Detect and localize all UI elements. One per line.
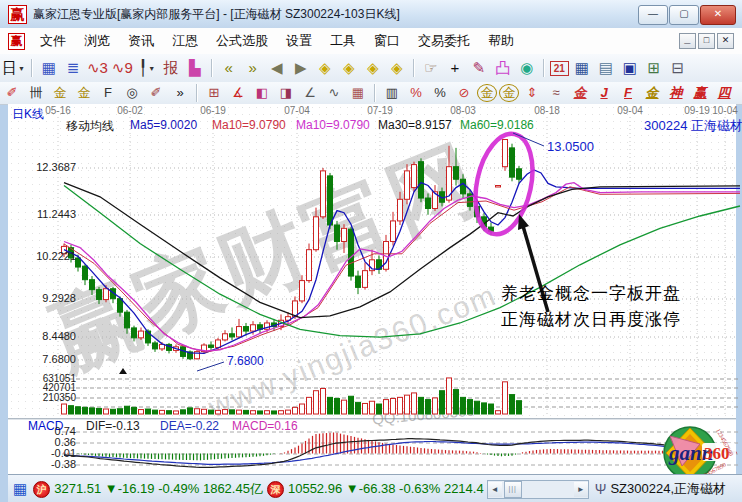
menu-item-浏览[interactable]: 浏览 <box>75 33 119 48</box>
wave-icon[interactable]: ≈ <box>545 85 567 101</box>
title-bar: 赢 赢家江恩专业版[赢家内部服务平台] - [正海磁材 SZ300224-103… <box>0 0 742 29</box>
menu-item-设置[interactable]: 设置 <box>277 33 321 48</box>
gann-fan-icon[interactable]: ∡ <box>227 85 249 101</box>
spiral-icon[interactable]: ◎ <box>121 85 143 101</box>
scroll-left-button[interactable]: ◄ <box>488 482 502 497</box>
report-icon[interactable]: 报 <box>160 58 182 78</box>
close-button[interactable]: ✕ <box>700 5 736 25</box>
ying-angle-icon[interactable]: 赢 <box>689 85 711 101</box>
gold-grid-1-icon[interactable]: 金 <box>49 85 71 101</box>
toolbar-separator <box>413 59 415 77</box>
scroll-right-button[interactable]: ► <box>574 482 588 497</box>
percent-bars-icon[interactable]: ▥ <box>381 85 403 101</box>
diamond-expand-icon[interactable]: ◈ <box>362 58 384 78</box>
net-sync-icon[interactable]: ⊞ <box>643 58 665 78</box>
gold-angle-icon[interactable]: 金 <box>569 85 591 101</box>
color-histogram-icon[interactable]: ▙ <box>184 58 206 78</box>
ruler-brush-icon[interactable]: ✐ <box>145 85 167 101</box>
more-tools-icon[interactable]: » <box>169 85 191 101</box>
menu-item-江恩[interactable]: 江恩 <box>163 33 207 48</box>
menu-item-文件[interactable]: 文件 <box>31 33 75 48</box>
menu-item-交易委托[interactable]: 交易委托 <box>409 33 479 48</box>
drawing-toolbar: ✐卌金金F◎✐»⊞∡◧◨∠∿▦▥%%⊘金金⇕≈金JF金神赢四 <box>0 82 742 105</box>
menu-item-窗口[interactable]: 窗口 <box>365 33 409 48</box>
menu-bar: 赢 文件浏览资讯江恩公式选股设置工具窗口交易委托帮助 <box>0 28 742 55</box>
toolbar-separator <box>543 59 545 77</box>
zigzag-icon[interactable]: ∿ <box>323 85 345 101</box>
crosshair-icon[interactable]: + <box>444 58 466 78</box>
diamond-right-icon[interactable]: ◈ <box>338 58 360 78</box>
diamond-full-icon[interactable]: ◈ <box>386 58 408 78</box>
remote-icon[interactable]: ⊟ <box>667 58 689 78</box>
percent-circle-icon[interactable]: ⊘ <box>453 85 475 101</box>
toolbar-separator <box>31 59 33 77</box>
info-board-icon[interactable]: ≣ <box>62 58 84 78</box>
gold-angle-2-icon[interactable]: 金 <box>641 85 663 101</box>
status-bar: ▦ 沪3271.51 ▼-16.19 -0.49% 1862.45亿深10552… <box>8 474 742 502</box>
net-grid-icon[interactable]: ▦ <box>347 85 369 101</box>
window-title: 赢家江恩专业版[赢家内部服务平台] - [正海磁材 SZ300224-103日K… <box>33 6 400 23</box>
si-angle-icon[interactable]: 四 <box>713 85 735 101</box>
brain-icon[interactable]: ◉ <box>516 58 538 78</box>
v-ruler-icon[interactable]: ⇕ <box>521 85 543 101</box>
j-angle-icon[interactable]: J <box>593 85 615 101</box>
app-window: 赢 赢家江恩专业版[赢家内部服务平台] - [正海磁材 SZ300224-103… <box>0 0 742 502</box>
menu-item-公式选股[interactable]: 公式选股 <box>207 33 277 48</box>
grid-tool-icon[interactable]: 卌 <box>25 85 47 101</box>
next-icon[interactable]: ▶ <box>290 58 312 78</box>
fan-box-icon[interactable]: ◧ <box>251 85 273 101</box>
fan-filled-icon[interactable]: ◨ <box>275 85 297 101</box>
minute-line-3-icon[interactable]: ∿3 <box>86 58 109 78</box>
market-quote: 10552.96 ▼-66.38 -0.63% 2214.4 <box>288 481 484 496</box>
percent-icon[interactable]: % <box>429 85 451 101</box>
notepad-icon[interactable]: ▤ <box>595 58 617 78</box>
toolbar-separator <box>211 59 213 77</box>
f-grid-icon[interactable]: F <box>97 85 119 101</box>
apparel-icon[interactable]: 凸 <box>492 58 514 78</box>
calendar-21-icon[interactable]: 21 <box>550 61 569 76</box>
mdi-minimize-button[interactable]: ＿ <box>679 33 696 49</box>
diamond-left-icon[interactable]: ◈ <box>314 58 336 78</box>
menu-item-工具[interactable]: 工具 <box>321 33 365 48</box>
menu-item-帮助[interactable]: 帮助 <box>479 33 523 48</box>
toolbar-separator <box>196 84 198 102</box>
maximize-button[interactable]: ▢ <box>669 5 699 25</box>
app-icon-small: 赢 <box>8 33 25 50</box>
minimize-button[interactable]: — <box>638 5 668 25</box>
trendline-icon[interactable]: ✎ <box>468 58 490 78</box>
app-icon: 赢 <box>8 5 27 24</box>
kline-chart-pane[interactable] <box>8 104 736 418</box>
angle-lines-icon[interactable]: ∠ <box>299 85 321 101</box>
f-angle-icon[interactable]: F <box>617 85 639 101</box>
shen-angle-icon[interactable]: 神 <box>665 85 687 101</box>
antenna-icon: Ψ <box>595 481 607 497</box>
calculator-icon[interactable]: ▦ <box>571 58 593 78</box>
brush-icon[interactable]: ✐ <box>1 85 23 101</box>
kline-style-icon[interactable]: ╿▼ <box>136 58 158 79</box>
last-page-icon[interactable]: » <box>242 58 264 78</box>
mdi-close-button[interactable]: ✕ <box>717 33 734 49</box>
horizontal-scrollbar[interactable]: ◄ ||| ► <box>487 480 589 499</box>
market-badge-深: 深 <box>267 481 284 498</box>
period-selector-icon[interactable]: 日▼ <box>1 58 26 79</box>
toolbar-separator <box>374 84 376 102</box>
gann-box-icon[interactable]: ⊞ <box>203 85 225 101</box>
percent-underline-icon[interactable]: % <box>405 85 427 101</box>
minute-line-9-icon[interactable]: ∿9 <box>111 58 134 78</box>
main-toolbar: 日▼▦≣∿3∿9╿▼报▙«»◀▶◈◈◈◈☞+✎凸◉21▦▤▣⊞⊟ <box>0 54 742 83</box>
gold-circle-2-icon[interactable]: 金 <box>499 84 519 102</box>
first-page-icon[interactable]: « <box>218 58 240 78</box>
prev-icon[interactable]: ◀ <box>266 58 288 78</box>
mdi-restore-button[interactable]: □ <box>698 33 715 49</box>
window-layout-icon[interactable]: ▦ <box>38 58 60 78</box>
status-symbol: SZ300224,正海磁材 <box>610 480 726 498</box>
macd-pane[interactable] <box>8 420 736 474</box>
calendar-icon[interactable]: ▦ <box>13 480 27 498</box>
market-quote: 3271.51 ▼-16.19 -0.49% 1862.45亿 <box>54 481 263 496</box>
save-icon[interactable]: ▣ <box>619 58 641 78</box>
gold-circle-1-icon[interactable]: 金 <box>477 84 497 102</box>
hand-drag-icon[interactable]: ☞ <box>420 58 442 78</box>
menu-item-资讯[interactable]: 资讯 <box>119 33 163 48</box>
scroll-thumb[interactable]: ||| <box>504 481 522 498</box>
gold-grid-2-icon[interactable]: 金 <box>73 85 95 101</box>
